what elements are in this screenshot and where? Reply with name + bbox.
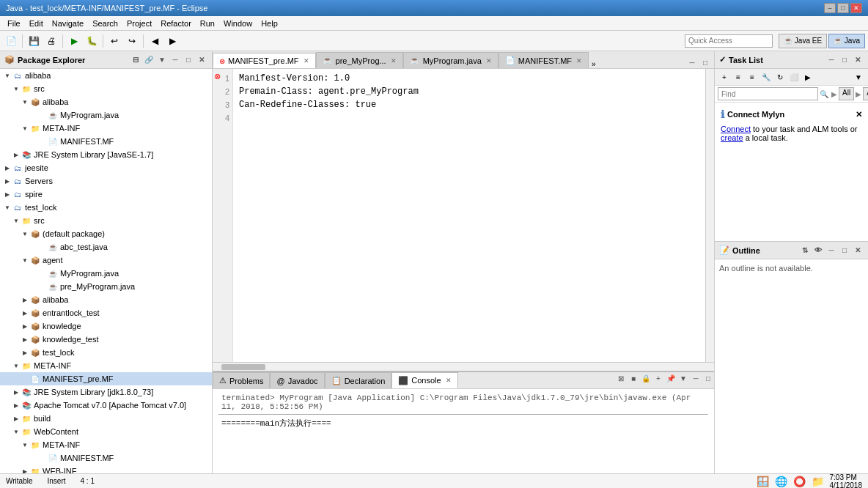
tree-item-webcontent-manifest[interactable]: 📄 MANIFEST.MF — [0, 451, 212, 465]
menu-file[interactable]: File — [3, 18, 25, 29]
tree-item-spire[interactable]: ▶ 🗂 spire — [0, 188, 212, 201]
outline-sort-button[interactable]: ⇅ — [799, 245, 811, 256]
editor-maximize-button[interactable]: □ — [699, 56, 711, 68]
task-close[interactable]: ✕ — [852, 54, 864, 66]
tree-item-myprogram-1[interactable]: ☕ MyProgram.java — [0, 108, 212, 122]
perspective-javaee[interactable]: ☕ Java EE — [779, 34, 827, 48]
tree-item-jre-2[interactable]: ▶ 📚 JRE System Library [jdk1.8.0_73] — [0, 385, 212, 399]
tree-item-abc-test[interactable]: ☕ abc_test.java — [0, 240, 212, 254]
task-btn-4[interactable]: ↻ — [773, 70, 787, 84]
print-button[interactable]: 🖨 — [43, 33, 59, 49]
task-btn-5[interactable]: ⬜ — [787, 70, 801, 84]
taskbar-chrome[interactable]: ⭕ — [793, 476, 806, 487]
menu-search[interactable]: Search — [88, 18, 122, 29]
task-minimize[interactable]: ─ — [825, 54, 837, 66]
console-menu-button[interactable]: ▼ — [677, 372, 689, 384]
tree-item-servers[interactable]: ▶ 🗂 Servers — [0, 174, 212, 188]
task-btn-2[interactable]: ≡ — [746, 70, 759, 84]
tree-item-jeesite[interactable]: ▶ 🗂 jeesite — [0, 161, 212, 174]
tree-item-default-pkg[interactable]: ▼ 📦 (default package) — [0, 227, 212, 240]
terminate-button[interactable]: ■ — [628, 372, 639, 384]
menu-window[interactable]: Window — [219, 18, 257, 29]
editor-tab-manifest[interactable]: 📄 MANIFEST.MF ✕ — [499, 52, 589, 68]
outline-maximize[interactable]: □ — [839, 245, 850, 256]
editor-tab-manifest-pre[interactable]: ⊗ MANIFEST_pre.MF ✕ — [213, 53, 316, 69]
quick-access-input[interactable] — [685, 34, 773, 48]
editor-tab-myprogram[interactable]: ☕ MyProgram.java ✕ — [403, 52, 499, 68]
forward-button[interactable]: ▶ — [164, 33, 180, 49]
debug-button[interactable]: 🐛 — [84, 33, 100, 49]
outline-minimize[interactable]: ─ — [825, 245, 837, 256]
minimize-panel-button[interactable]: ─ — [169, 54, 181, 66]
activate-button[interactable]: Activate... — [863, 87, 868, 100]
find-input[interactable] — [718, 87, 818, 100]
save-button[interactable]: 💾 — [26, 33, 42, 49]
editor-tab-pre-myprog[interactable]: ☕ pre_MyProg... ✕ — [316, 52, 403, 68]
outline-close[interactable]: ✕ — [852, 245, 864, 256]
editor-minimize-button[interactable]: ─ — [686, 56, 698, 68]
task-btn-1[interactable]: ≡ — [732, 70, 745, 84]
back-button[interactable]: ◀ — [147, 33, 163, 49]
taskbar-explorer[interactable]: 📁 — [812, 476, 824, 487]
task-btn-6[interactable]: ▶ — [801, 70, 814, 84]
tree-item-testlock-src[interactable]: ▼ 📁 src — [0, 214, 212, 227]
tree-item-manifest-1[interactable]: 📄 MANIFEST.MF — [0, 135, 212, 148]
taskbar-start-button[interactable]: 🪟 — [757, 476, 769, 487]
editor-scrollbar-vertical[interactable] — [705, 69, 714, 362]
minimize-console-button[interactable]: ─ — [690, 372, 702, 384]
tree-item-tomcat[interactable]: ▶ 📚 Apache Tomcat v7.0 [Apache Tomcat v7… — [0, 399, 212, 412]
redo-button[interactable]: ↪ — [124, 33, 140, 49]
mylyn-close-button[interactable]: ✕ — [856, 110, 862, 119]
pin-console-button[interactable]: 📌 — [665, 372, 677, 384]
tree-item-webinf[interactable]: ▶ 📁 WEB-INF — [0, 465, 212, 473]
maximize-panel-button[interactable]: □ — [183, 54, 194, 66]
maximize-console-button[interactable]: □ — [702, 372, 714, 384]
tree-item-entrantlock[interactable]: ▶ 📦 entrantlock_test — [0, 306, 212, 319]
menu-run[interactable]: Run — [196, 18, 219, 29]
close-panel-button[interactable]: ✕ — [196, 54, 207, 66]
tree-item-build[interactable]: ▶ 📁 build — [0, 412, 212, 425]
tree-item-alibaba[interactable]: ▼ 🗂 alibaba — [0, 69, 212, 82]
create-link[interactable]: create — [721, 133, 743, 142]
collapse-all-button[interactable]: ⊟ — [130, 54, 141, 66]
link-with-editor-button[interactable]: 🔗 — [143, 54, 155, 66]
task-dropdown-arrow[interactable]: ▼ — [852, 70, 865, 84]
menu-help[interactable]: Help — [257, 18, 282, 29]
tab-close-button[interactable]: ✕ — [576, 57, 582, 64]
tree-item-pre-myprogram[interactable]: ☕ pre_MyProgram.java — [0, 280, 212, 293]
tree-item-testlock[interactable]: ▼ 🗂 test_lock — [0, 201, 212, 214]
tree-item-alibaba-2[interactable]: ▶ 📦 alibaba — [0, 293, 212, 306]
menu-project[interactable]: Project — [122, 18, 156, 29]
tree-item-myprogram-2[interactable]: ☕ MyProgram.java — [0, 267, 212, 280]
connect-link[interactable]: Connect — [721, 125, 751, 133]
new-button[interactable]: 📄 — [3, 33, 19, 49]
undo-button[interactable]: ↩ — [106, 33, 122, 49]
tree-item-alibaba-src[interactable]: ▼ 📁 src — [0, 82, 212, 95]
minimize-button[interactable]: – — [824, 3, 836, 13]
tab-overflow-button[interactable]: » — [589, 60, 599, 68]
new-console-button[interactable]: + — [652, 372, 664, 384]
tree-item-knowledge-test[interactable]: ▶ 📦 knowledge_test — [0, 333, 212, 346]
javadoc-tab[interactable]: @ Javadoc — [270, 372, 324, 388]
tree-item-meta-inf-2[interactable]: ▼ 📁 META-INF — [0, 359, 212, 372]
menu-navigate[interactable]: Navigate — [48, 18, 88, 29]
tree-item-meta-inf-1[interactable]: ▼ 📁 META-INF — [0, 122, 212, 135]
problems-tab[interactable]: ⚠ Problems — [213, 372, 270, 388]
tree-item-jre-1[interactable]: ▶ 📚 JRE System Library [JavaSE-1.7] — [0, 148, 212, 161]
perspective-java[interactable]: ☕ Java — [828, 34, 865, 48]
menu-edit[interactable]: Edit — [25, 18, 48, 29]
task-maximize[interactable]: □ — [839, 54, 850, 66]
menu-refactor[interactable]: Refactor — [156, 18, 196, 29]
tree-item-manifest-pre[interactable]: 📄 MANIFEST_pre.MF — [0, 372, 212, 385]
new-task-button[interactable]: + — [718, 70, 731, 84]
tab-close-button[interactable]: ✕ — [391, 57, 397, 64]
editor-code-area[interactable]: Manifest-Version: 1.0 Premain-Class: age… — [233, 69, 705, 362]
task-btn-3[interactable]: 🔧 — [760, 70, 773, 84]
tree-item-webcontent[interactable]: ▼ 📁 WebContent — [0, 425, 212, 438]
tree-item-testlock-pkg[interactable]: ▶ 📦 test_lock — [0, 346, 212, 359]
view-menu-button[interactable]: ▼ — [156, 54, 168, 66]
search-icon[interactable]: 🔍 — [820, 90, 828, 98]
tree-item-alibaba-pkg[interactable]: ▼ 📦 alibaba — [0, 95, 212, 108]
tab-close-button[interactable]: ✕ — [304, 57, 309, 64]
clear-console-button[interactable]: ⊠ — [615, 372, 627, 384]
